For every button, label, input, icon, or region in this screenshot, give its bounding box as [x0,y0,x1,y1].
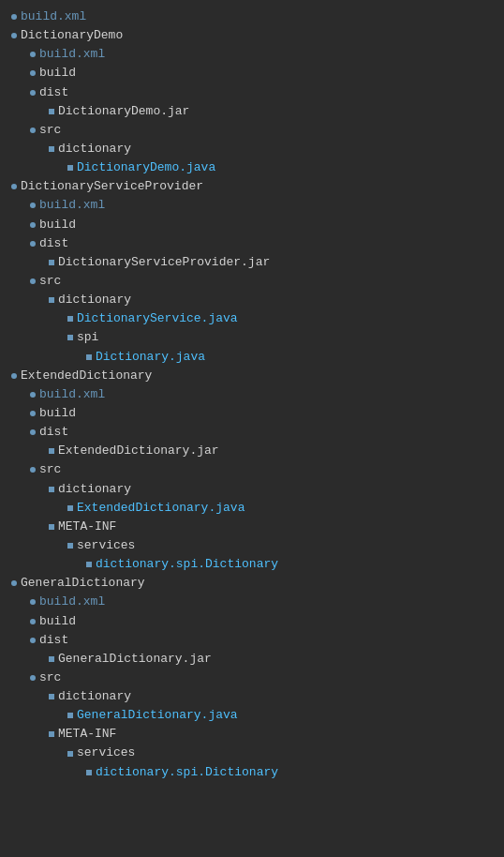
list-item: build.xml [11,385,493,404]
bullet-icon [86,354,92,360]
list-item: GeneralDictionary [11,574,493,593]
bullet-icon [11,184,17,189]
file-label: dictionary [58,687,131,706]
bullet-icon [11,33,17,38]
file-label: DictionaryDemo.java [77,158,215,177]
bullet-icon [30,411,36,416]
list-item: dictionary [11,140,493,158]
list-item: DictionaryDemo.jar [11,102,493,121]
bullet-icon [30,278,36,284]
list-item: build.xml [11,8,493,26]
bullet-icon [30,222,36,228]
list-item: src [11,121,493,140]
list-item: build.xml [11,593,493,611]
list-item: META-INF [11,518,493,536]
file-label: dist [39,234,68,253]
file-label: DictionaryDemo.jar [58,102,189,121]
bullet-icon [67,543,73,549]
file-label: build.xml [39,385,105,404]
bullet-icon [67,505,73,511]
bullet-icon [67,713,73,718]
bullet-icon [30,638,36,643]
list-item: dist [11,234,493,253]
list-item: src [11,272,493,291]
file-label: spi [77,328,98,347]
bullet-icon [86,770,92,775]
bullet-icon [11,580,17,586]
file-label: DictionaryServiceProvider [21,177,203,196]
file-label: src [39,460,61,479]
bullet-icon [49,524,54,530]
file-label: src [39,669,61,687]
file-label: META-INF [58,518,116,536]
bullet-icon [67,316,73,322]
list-item: ExtendedDictionary.java [11,499,493,518]
list-item: src [11,460,493,479]
file-label: build [39,216,76,234]
bullet-icon [67,335,73,340]
bullet-icon [30,467,36,473]
bullet-icon [30,203,36,208]
file-label: DictionaryServiceProvider.jar [58,253,270,272]
list-item: build [11,64,493,83]
bullet-icon [11,14,17,20]
list-item: services [11,536,493,555]
list-item: ExtendedDictionary.jar [11,442,493,460]
bullet-icon [49,694,54,699]
file-label: ExtendedDictionary.java [77,499,245,518]
list-item: dist [11,423,493,442]
list-item: build [11,404,493,423]
file-label: dictionary.spi.Dictionary [96,555,278,574]
bullet-icon [49,731,54,737]
list-item: META-INF [11,725,493,744]
file-label: dictionary [58,140,131,158]
file-label: dist [39,631,68,650]
file-label: services [77,536,135,555]
file-label: dictionary [58,291,131,309]
file-tree: build.xmlDictionaryDemobuild.xmlbuilddis… [11,8,493,782]
list-item: spi [11,328,493,347]
list-item: DictionaryDemo.java [11,158,493,177]
list-item: DictionaryServiceProvider.jar [11,253,493,272]
bullet-icon [30,429,36,435]
file-label: build [39,612,76,631]
list-item: DictionaryService.java [11,309,493,328]
bullet-icon [49,656,54,662]
file-label: src [39,121,61,140]
file-label: dictionary [58,480,131,499]
file-label: GeneralDictionary [21,574,145,593]
file-label: GeneralDictionary.java [77,706,238,725]
list-item: GeneralDictionary.jar [11,650,493,669]
file-label: DictionaryService.java [77,309,238,328]
file-label: src [39,272,61,291]
bullet-icon [49,448,54,454]
bullet-icon [49,109,54,114]
bullet-icon [30,128,36,133]
list-item: ExtendedDictionary [11,367,493,385]
list-item: dictionary [11,480,493,499]
bullet-icon [49,487,54,492]
list-item: Dictionary.java [11,348,493,367]
bullet-icon [30,90,36,96]
list-item: DictionaryDemo [11,26,493,45]
file-label: Dictionary.java [96,348,205,367]
bullet-icon [11,373,17,379]
bullet-icon [49,297,54,303]
file-label: META-INF [58,725,116,744]
bullet-icon [67,165,73,171]
list-item: GeneralDictionary.java [11,706,493,725]
file-label: dist [39,83,68,102]
bullet-icon [30,70,36,76]
list-item: build.xml [11,45,493,64]
file-label: dist [39,423,68,442]
list-item: build [11,612,493,631]
bullet-icon [30,675,36,681]
list-item: services [11,744,493,762]
list-item: dictionary.spi.Dictionary [11,763,493,782]
file-label: dictionary.spi.Dictionary [96,763,278,782]
file-label: build [39,64,76,83]
bullet-icon [30,241,36,247]
bullet-icon [49,146,54,152]
file-label: ExtendedDictionary [21,367,152,385]
file-label: services [77,744,135,762]
